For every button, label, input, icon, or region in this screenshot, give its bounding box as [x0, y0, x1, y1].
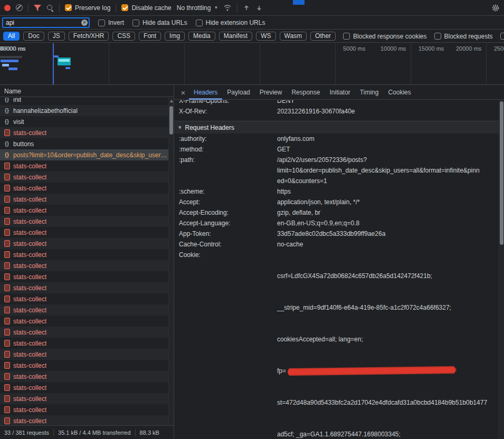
scrollbar-thumb[interactable] [500, 101, 503, 245]
request-row[interactable]: buttons [0, 138, 174, 149]
request-name: posts?limit=10&order=publish_date_desc&s… [13, 151, 167, 159]
request-name: stats-collect [13, 163, 46, 170]
request-type-icon [4, 207, 10, 214]
requests-count: 33 / 381 requests [0, 430, 53, 436]
request-row[interactable]: stats-collect [0, 160, 174, 171]
header-value: https [277, 186, 504, 197]
type-filter-chip[interactable]: WS [256, 32, 275, 41]
request-row[interactable]: stats-collect [0, 205, 174, 216]
request-headers-section-header[interactable]: ▾ Request Headers [174, 121, 504, 133]
timeline-tick-label: 10000 ms [381, 45, 406, 52]
type-filter-chip[interactable]: Media [188, 32, 215, 41]
disable-cache-label: Disable cache [131, 4, 171, 12]
request-row[interactable]: stats-collect [0, 304, 174, 316]
details-tab[interactable]: Initiator [325, 85, 355, 100]
record-button[interactable] [4, 5, 11, 11]
third-party-requests-checkbox[interactable]: 3rd-party requests [500, 33, 504, 40]
filter-toggle-button[interactable] [34, 5, 41, 11]
request-row[interactable]: stats-collect [0, 260, 174, 271]
invert-checkbox[interactable]: Invert [98, 19, 124, 26]
request-type-icon [4, 108, 10, 113]
request-row[interactable]: stats-collect [0, 338, 174, 349]
header-row: Accept-Language: en-GB,en-US;q=0.9,en;q=… [174, 218, 504, 228]
request-row[interactable]: stats-collect [0, 293, 174, 304]
details-tab[interactable]: Headers [189, 85, 222, 100]
request-row[interactable]: hannahelizabethofficial [0, 105, 174, 116]
request-row[interactable]: stats-collect [0, 393, 174, 404]
request-row[interactable]: stats-collect [0, 404, 174, 415]
details-tab[interactable]: Response [287, 85, 325, 100]
header-value: 33d57ade8c02dbc5a333db99ff9ae26a [277, 228, 504, 239]
request-row[interactable]: stats-collect [0, 194, 174, 205]
type-filter-chip[interactable]: JS [48, 32, 65, 41]
network-toolbar: Preserve log Disable cache No throttling… [0, 0, 504, 16]
name-column-header[interactable]: Name [0, 85, 174, 97]
hide-data-urls-checkbox[interactable]: Hide data URLs [132, 19, 187, 26]
clear-button[interactable] [16, 4, 23, 11]
type-filter-chip[interactable]: All [3, 32, 20, 41]
cookie-line: csrf=LdfcGX4Sa72db06824c657db26a5d142472… [277, 271, 497, 281]
request-row[interactable]: stats-collect [0, 371, 174, 382]
search-button[interactable] [46, 4, 54, 12]
scroll-up-arrow-icon[interactable] [170, 100, 173, 102]
request-name: stats-collect [13, 373, 46, 380]
blocked-requests-checkbox[interactable]: Blocked requests [434, 33, 493, 40]
type-filter-chip[interactable]: Other [310, 32, 336, 41]
type-filter-chip[interactable]: Font [139, 32, 161, 41]
request-row[interactable]: stats-collect [0, 238, 174, 249]
request-row[interactable]: stats-collect [0, 227, 174, 238]
hide-extension-urls-checkbox[interactable]: Hide extension URLs [196, 19, 265, 26]
request-row[interactable]: init [0, 98, 174, 105]
throttling-dropdown[interactable]: No throttling ▼ [177, 4, 218, 12]
checkbox-checked-icon [65, 4, 72, 11]
request-row[interactable]: stats-collect [0, 183, 174, 194]
request-row[interactable]: stats-collect [0, 271, 174, 282]
requests-scrollbar[interactable] [168, 98, 174, 425]
request-row[interactable]: stats-collect [0, 382, 174, 393]
timeline-overview[interactable]: 5000 ms10000 ms15000 ms20000 ms25000 ms3… [0, 43, 504, 85]
request-row[interactable]: stats-collect [0, 216, 174, 227]
preserve-log-checkbox[interactable]: Preserve log [65, 4, 110, 12]
request-type-icon [4, 196, 10, 203]
cookie-value: csrf=LdfcGX4Sa72db06824c657db26a5d142472… [277, 250, 504, 439]
type-filter-chip[interactable]: Doc [23, 32, 44, 41]
type-filter-chip[interactable]: Wasm [280, 32, 307, 41]
request-row[interactable]: stats-collect [0, 415, 174, 425]
request-row[interactable]: stats-collect [0, 349, 174, 360]
request-row[interactable]: stats-collect [0, 127, 174, 138]
clear-filter-icon[interactable]: × [81, 20, 88, 26]
type-filter-chip[interactable]: CSS [112, 32, 135, 41]
network-conditions-button[interactable] [223, 4, 232, 12]
request-row[interactable]: posts?limit=10&order=publish_date_desc&s… [0, 149, 174, 160]
details-tab[interactable]: Preview [255, 85, 287, 100]
type-filter-chip[interactable]: Fetch/XHR [69, 32, 109, 41]
header-row: App-Token: 33d57ade8c02dbc5a333db99ff9ae… [174, 228, 504, 239]
request-row[interactable]: stats-collect [0, 316, 174, 327]
type-filter-chip[interactable]: Img [165, 32, 185, 41]
import-har-button[interactable] [255, 4, 263, 12]
request-row[interactable]: stats-collect [0, 327, 174, 338]
header-row: Accept: application/json, text/plain, */… [174, 197, 504, 207]
scrollbar-thumb[interactable] [169, 106, 173, 135]
type-filter-chip[interactable]: Manifest [219, 32, 252, 41]
separator [59, 4, 60, 12]
disable-cache-checkbox[interactable]: Disable cache [121, 4, 171, 12]
details-tab[interactable]: Payload [222, 85, 254, 100]
details-scrollbar[interactable] [499, 100, 504, 439]
request-row[interactable]: stats-collect [0, 249, 174, 260]
request-row[interactable]: visit [0, 116, 174, 127]
request-row[interactable]: stats-collect [0, 282, 174, 293]
details-tab[interactable]: Timing [355, 85, 384, 100]
request-name: stats-collect [13, 207, 46, 214]
details-tab[interactable]: Cookies [383, 85, 415, 100]
invert-label: Invert [108, 19, 124, 26]
close-icon[interactable]: × [177, 88, 189, 97]
settings-button[interactable] [491, 4, 500, 12]
export-har-button[interactable] [243, 4, 250, 12]
request-name: hannahelizabethofficial [13, 107, 78, 114]
request-name: stats-collect [13, 240, 46, 247]
request-row[interactable]: stats-collect [0, 171, 174, 183]
request-row[interactable]: stats-collect [0, 360, 174, 371]
filter-input[interactable] [2, 17, 90, 28]
blocked-response-cookies-checkbox[interactable]: Blocked response cookies [343, 33, 426, 40]
